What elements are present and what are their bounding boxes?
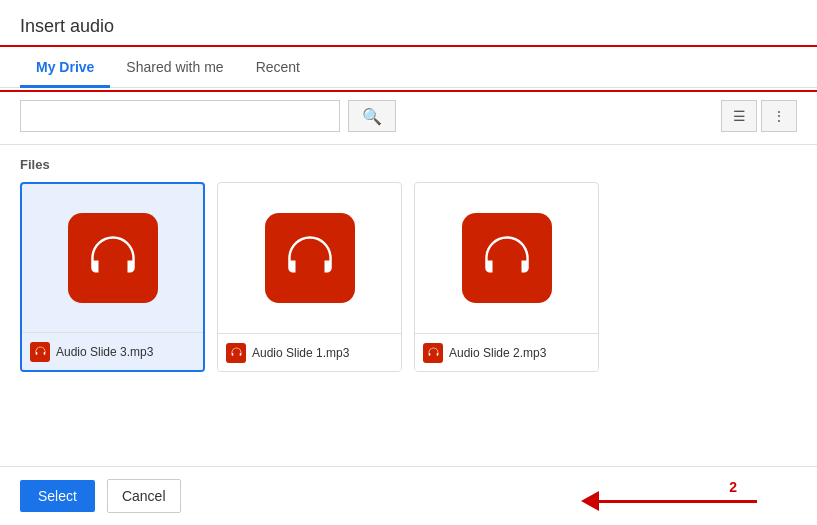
list-icon: ☰ <box>733 108 746 124</box>
search-button[interactable]: 🔍 <box>348 100 396 132</box>
dialog-footer: Select Cancel 2 <box>0 466 817 525</box>
tabs-container: My Drive Shared with me Recent 1 <box>0 49 817 88</box>
audio-icon-small-1 <box>30 342 50 362</box>
headphone-small-svg-1 <box>34 345 47 358</box>
file-name-2: Audio Slide 1.mp3 <box>252 346 349 360</box>
file-card-3[interactable]: Audio Slide 2.mp3 <box>414 182 599 372</box>
headphone-svg-2 <box>281 229 339 287</box>
grid-icon: ⋮ <box>772 108 786 124</box>
search-row: 🔍 ☰ ⋮ <box>0 88 817 145</box>
list-view-button[interactable]: ☰ <box>721 100 757 132</box>
file-thumb-3 <box>415 183 598 333</box>
select-button[interactable]: Select <box>20 480 95 512</box>
file-thumb-2 <box>218 183 401 333</box>
file-footer-2: Audio Slide 1.mp3 <box>218 333 401 371</box>
file-name-1: Audio Slide 3.mp3 <box>56 345 153 359</box>
headphone-svg-3 <box>478 229 536 287</box>
cancel-button[interactable]: Cancel <box>107 479 181 513</box>
audio-icon-large-1 <box>68 213 158 303</box>
file-card-2[interactable]: Audio Slide 1.mp3 <box>217 182 402 372</box>
insert-audio-dialog: Insert audio My Drive Shared with me Rec… <box>0 0 817 525</box>
headphone-small-svg-2 <box>230 346 243 359</box>
search-icon: 🔍 <box>362 107 382 126</box>
file-footer-3: Audio Slide 2.mp3 <box>415 333 598 371</box>
file-thumb-1 <box>22 184 203 332</box>
audio-icon-small-2 <box>226 343 246 363</box>
files-section: Files Audio Slide <box>0 145 817 466</box>
view-buttons: ☰ ⋮ <box>721 100 797 132</box>
headphone-small-svg-3 <box>427 346 440 359</box>
annotation-2: 2 <box>729 479 737 495</box>
search-input[interactable] <box>20 100 340 132</box>
tab-my-drive[interactable]: My Drive <box>20 49 110 88</box>
dialog-title: Insert audio <box>0 0 817 49</box>
file-name-3: Audio Slide 2.mp3 <box>449 346 546 360</box>
file-card-1[interactable]: Audio Slide 3.mp3 <box>20 182 205 372</box>
audio-icon-large-2 <box>265 213 355 303</box>
headphone-svg-1 <box>84 229 142 287</box>
arrow-line <box>597 500 757 503</box>
audio-icon-large-3 <box>462 213 552 303</box>
files-label: Files <box>20 157 797 172</box>
tab-shared-with-me[interactable]: Shared with me <box>110 49 239 88</box>
files-grid: Audio Slide 3.mp3 <box>20 182 797 372</box>
grid-view-button[interactable]: ⋮ <box>761 100 797 132</box>
file-footer-1: Audio Slide 3.mp3 <box>22 332 203 370</box>
audio-icon-small-3 <box>423 343 443 363</box>
tab-recent[interactable]: Recent <box>240 49 316 88</box>
arrow-annotation-2: 2 <box>581 491 757 511</box>
